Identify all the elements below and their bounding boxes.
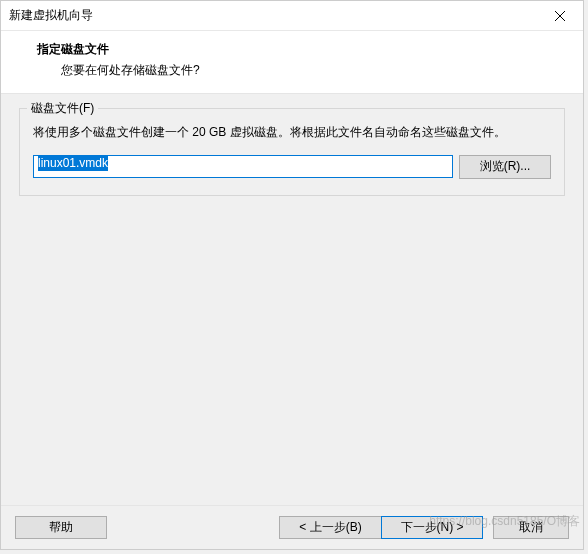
- file-row: linux01.vmdk 浏览(R)...: [33, 155, 551, 179]
- wizard-footer: 帮助 < 上一步(B) 下一步(N) > 取消: [1, 505, 583, 549]
- page-title: 指定磁盘文件: [23, 41, 561, 58]
- disk-file-value: linux01.vmdk: [38, 155, 108, 171]
- disk-file-input[interactable]: linux01.vmdk: [33, 155, 453, 178]
- window-title: 新建虚拟机向导: [9, 7, 93, 24]
- back-button[interactable]: < 上一步(B): [279, 516, 381, 539]
- wizard-body: 磁盘文件(F) 将使用多个磁盘文件创建一个 20 GB 虚拟磁盘。将根据此文件名…: [1, 94, 583, 505]
- titlebar: 新建虚拟机向导: [1, 1, 583, 31]
- group-description: 将使用多个磁盘文件创建一个 20 GB 虚拟磁盘。将根据此文件名自动命名这些磁盘…: [33, 123, 551, 143]
- next-button[interactable]: 下一步(N) >: [381, 516, 483, 539]
- page-subtitle: 您要在何处存储磁盘文件?: [23, 62, 561, 79]
- wizard-window: 新建虚拟机向导 指定磁盘文件 您要在何处存储磁盘文件? 磁盘文件(F) 将使用多…: [0, 0, 584, 550]
- cancel-button[interactable]: 取消: [493, 516, 569, 539]
- close-button[interactable]: [539, 2, 581, 30]
- disk-file-group: 磁盘文件(F) 将使用多个磁盘文件创建一个 20 GB 虚拟磁盘。将根据此文件名…: [19, 108, 565, 196]
- group-label: 磁盘文件(F): [27, 100, 98, 117]
- help-button[interactable]: 帮助: [15, 516, 107, 539]
- browse-button[interactable]: 浏览(R)...: [459, 155, 551, 179]
- wizard-header: 指定磁盘文件 您要在何处存储磁盘文件?: [1, 31, 583, 94]
- close-icon: [555, 11, 565, 21]
